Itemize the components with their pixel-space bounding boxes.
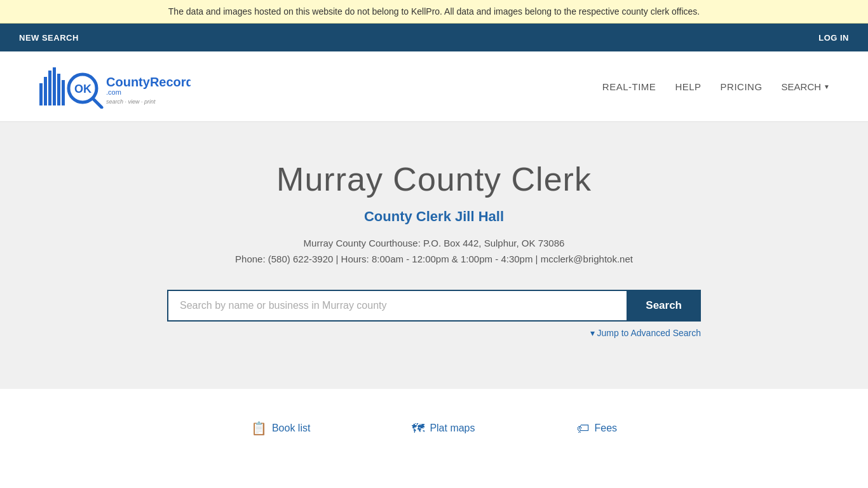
svg-text:OK: OK — [74, 83, 92, 95]
footer-links: 📋 Book list 🗺 Plat maps 🏷 Fees — [0, 389, 868, 468]
logo-svg: OK CountyRecords .com search · view · pr… — [38, 64, 191, 109]
login-link[interactable]: LOG IN — [812, 25, 855, 50]
svg-rect-3 — [53, 67, 56, 105]
search-input[interactable] — [167, 290, 627, 322]
dropdown-caret-icon: ▼ — [824, 83, 830, 90]
contact-info: Phone: (580) 622-3920 | Hours: 8:00am - … — [13, 254, 855, 264]
nav-bar: NEW SEARCH LOG IN — [0, 24, 868, 51]
svg-rect-5 — [62, 80, 65, 105]
county-title: Murray County Clerk — [13, 160, 855, 198]
svg-rect-0 — [39, 83, 43, 105]
svg-text:.com: .com — [106, 88, 121, 96]
site-header: OK CountyRecords .com search · view · pr… — [0, 51, 868, 122]
main-content: Murray County Clerk County Clerk Jill Ha… — [0, 122, 868, 389]
svg-line-7 — [93, 99, 102, 107]
plat-maps-label: Plat maps — [430, 423, 475, 434]
nav-pricing[interactable]: PRICING — [721, 81, 763, 92]
clerk-name: County Clerk Jill Hall — [13, 208, 855, 225]
banner-text: The data and images hosted on this websi… — [168, 6, 700, 17]
nav-search-label: SEARCH — [782, 81, 822, 92]
svg-text:search · view · print: search · view · print — [106, 98, 156, 105]
nav-search-dropdown[interactable]: SEARCH ▼ — [782, 81, 830, 92]
new-search-link[interactable]: NEW SEARCH — [13, 25, 85, 50]
plat-maps-icon: 🗺 — [412, 421, 424, 436]
plat-maps-link[interactable]: 🗺 Plat maps — [412, 421, 475, 436]
book-list-label: Book list — [272, 423, 310, 434]
search-button[interactable]: Search — [627, 290, 701, 322]
fees-link[interactable]: 🏷 Fees — [577, 421, 618, 436]
address-info: Murray County Courthouse: P.O. Box 442, … — [13, 238, 855, 248]
svg-text:CountyRecords: CountyRecords — [106, 75, 191, 89]
advanced-search-link[interactable]: ▾ Jump to Advanced Search — [590, 328, 701, 338]
svg-rect-1 — [44, 77, 47, 105]
fees-label: Fees — [595, 423, 618, 434]
nav-help[interactable]: HELP — [675, 81, 701, 92]
fees-icon: 🏷 — [577, 421, 590, 436]
nav-realtime[interactable]: REAL-TIME — [602, 81, 656, 92]
book-list-icon: 📋 — [251, 421, 267, 436]
svg-rect-2 — [48, 71, 51, 105]
header-nav: REAL-TIME HELP PRICING SEARCH ▼ — [602, 81, 830, 92]
svg-rect-4 — [57, 74, 60, 105]
advanced-search-area: ▾ Jump to Advanced Search — [167, 328, 701, 338]
logo-area[interactable]: OK CountyRecords .com search · view · pr… — [38, 64, 191, 109]
book-list-link[interactable]: 📋 Book list — [251, 421, 310, 436]
top-banner: The data and images hosted on this websi… — [0, 0, 868, 24]
search-container: Search — [167, 290, 701, 322]
